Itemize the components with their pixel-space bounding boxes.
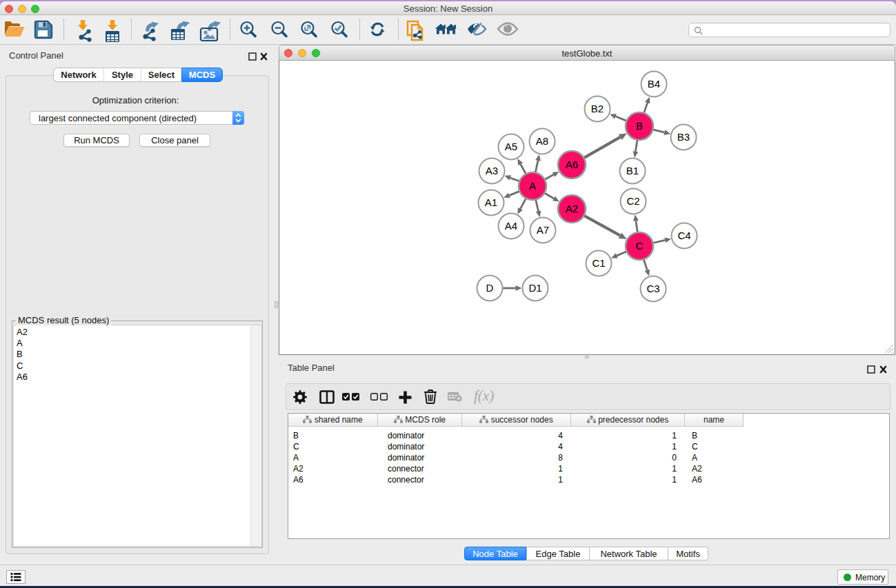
svg-text:B3: B3 [677, 131, 690, 143]
svg-text:B1: B1 [626, 165, 639, 176]
svg-text:B: B [636, 120, 643, 132]
svg-text:A5: A5 [505, 141, 517, 152]
svg-text:A8: A8 [536, 135, 548, 147]
svg-text:C2: C2 [626, 195, 639, 207]
svg-text:A7: A7 [537, 224, 549, 236]
svg-text:C4: C4 [677, 230, 690, 241]
svg-text:A3: A3 [486, 165, 498, 176]
svg-text:A: A [529, 180, 536, 192]
svg-text:B4: B4 [648, 78, 660, 90]
svg-text:A6: A6 [566, 159, 578, 170]
svg-text:C3: C3 [646, 283, 659, 294]
svg-text:A2: A2 [566, 203, 578, 214]
svg-text:D: D [486, 282, 494, 294]
svg-text:C1: C1 [592, 257, 605, 269]
svg-text:C: C [636, 240, 644, 252]
svg-text:A4: A4 [505, 220, 517, 232]
svg-text:B2: B2 [591, 103, 604, 114]
svg-text:D1: D1 [528, 282, 541, 294]
svg-text:A1: A1 [485, 196, 497, 208]
